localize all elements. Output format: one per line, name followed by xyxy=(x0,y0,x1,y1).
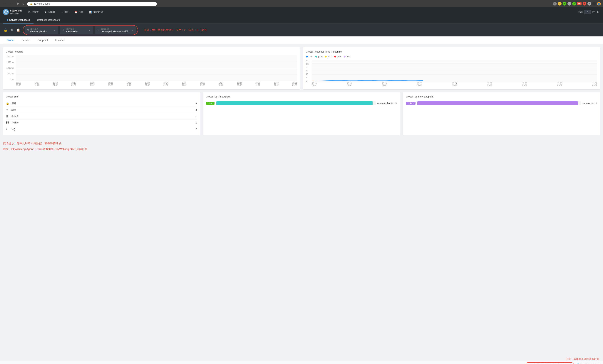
legend-dot-p75 xyxy=(315,56,317,57)
copy-filter-btn[interactable]: 📋 xyxy=(16,28,21,33)
response-time-legend: p50 p75 p90 p95 p99 xyxy=(306,55,597,58)
legend-label-p90: p90 xyxy=(328,55,331,58)
nav-dashboard-label: 仪表盘 xyxy=(32,10,39,14)
tab-database-label: Database Dashboard xyxy=(37,19,60,21)
ext-icon-off[interactable]: off xyxy=(577,2,581,5)
throughput-copy-icon[interactable]: ⎘ xyxy=(395,102,397,105)
response-time-svg-container xyxy=(312,60,597,82)
seconds-label: 秒 xyxy=(592,10,595,14)
tab-service-dashboard[interactable]: Service Dashboard xyxy=(3,17,34,23)
ext-icon-red[interactable]: ● xyxy=(583,2,586,6)
rt-x-3: 19:2201-02 xyxy=(417,82,422,86)
nav-alarm[interactable]: ⏰ 告警 xyxy=(72,9,86,15)
heatmap-y-labels: 2000ms 1500ms 1000ms 500ms 0ms xyxy=(6,55,15,80)
endpoint-prefix-icon: <> xyxy=(62,29,65,32)
x-label-11: 19:2701-02 xyxy=(219,82,223,86)
service-dropdown-value: demo-application xyxy=(30,30,47,33)
nav-trace[interactable]: ▷ 追踪 xyxy=(58,9,71,15)
tips-area: 友情提示：如果此时看不到数据，稍微等待几秒。 因为，SkyWalking Age… xyxy=(3,138,600,155)
endpoint-dropdown[interactable]: <> 当前端点 /demo/echo ▼ xyxy=(60,26,93,34)
tab-database-dashboard[interactable]: Database Dashboard xyxy=(34,17,64,23)
nav-back-button[interactable]: ← xyxy=(2,2,7,6)
heatmap-chart-area xyxy=(16,55,297,81)
tip2-text: 因为，SkyWalking Agent 上传链路数据给 SkyWalking O… xyxy=(3,148,600,151)
slow-bar xyxy=(417,101,578,105)
tab-service-label: Service Dashboard xyxy=(9,19,30,21)
db-brief-icon: 🗄 xyxy=(6,115,10,118)
y-label-2000: 2000ms xyxy=(6,55,14,57)
app-header: Skywalking Rocketbot ⊞ 仪表盘 ◈ 拓扑图 ▷ 追踪 ⏰ … xyxy=(0,7,603,17)
refresh-filter-btn[interactable]: ↻ xyxy=(10,28,14,33)
instance-dropdown-label: 当前实例 xyxy=(101,27,130,30)
db-brief-name: 数据库 xyxy=(12,115,194,118)
mq-brief-count: 0 xyxy=(196,128,197,131)
topology-icon: ◈ xyxy=(45,11,46,13)
sub-nav: Global Service Endpoint Instance xyxy=(0,36,603,44)
nav-refresh-button[interactable]: ↻ xyxy=(16,2,20,6)
instance-dropdown[interactable]: ☰ 当前实例 demo-application-pid:49548... ▼ xyxy=(95,26,136,34)
x-label-6: 19:2201-02 xyxy=(127,82,131,86)
slow-copy-icon[interactable]: ⎘ xyxy=(596,102,597,105)
nav-forward-button[interactable]: → xyxy=(9,2,14,6)
rt-x-1: 19:1801-02 xyxy=(347,82,352,86)
y-40: 40 xyxy=(306,73,311,75)
nav-topology[interactable]: ◈ 拓扑图 xyxy=(42,9,57,15)
cpm-badge-0: 1 cpm xyxy=(206,102,215,105)
nav-dashboard[interactable]: ⊞ 仪表盘 xyxy=(26,9,41,15)
legend-p95: p95 xyxy=(334,55,341,58)
ext-icon-check[interactable]: ✓ xyxy=(572,2,576,6)
filter-bar: 🔒 ↻ 📋 ⊞ 当前服务 demo-application ▼ <> 当前端点 … xyxy=(0,24,603,36)
nav-metrics[interactable]: 📊 指标对比 xyxy=(87,9,105,15)
alarm-icon: ⏰ xyxy=(74,11,77,13)
header-right: 自动 秒 ↻ xyxy=(578,10,600,15)
slow-bar-row: /demo/echo ⎘ xyxy=(417,101,597,105)
sub-tab-endpoint[interactable]: Endpoint xyxy=(34,36,51,44)
x-label-8: 19:2401-02 xyxy=(163,82,168,86)
lock-filter-btn[interactable]: 🔒 xyxy=(3,28,8,33)
time-range-display[interactable]: 2020-01-02 19:16:01 ~ 2020-01-02 19:31:0… xyxy=(525,362,574,364)
user-avatar[interactable]: 👤 xyxy=(597,2,601,6)
filter-annotation-text: 这里，我们就可以看到1、应用；2、端点；3、实例 xyxy=(144,28,207,32)
throughput-bar-container xyxy=(216,101,376,105)
timezone-label: 服务器时区 UTC +8 xyxy=(580,363,600,364)
refresh-seconds-input[interactable] xyxy=(584,10,591,14)
x-label-0: 19:1601-02 xyxy=(16,82,21,86)
global-top-slow-title: Global Top Slow Endpoint xyxy=(406,95,597,98)
ext-icon-1[interactable]: ≡ xyxy=(553,2,557,6)
x-label-3: 19:1901-02 xyxy=(71,82,76,86)
rt-x-4: 19:2401-02 xyxy=(452,82,457,86)
legend-label-p99: p99 xyxy=(347,55,350,58)
rt-x-5: 19:2601-02 xyxy=(487,82,492,86)
x-label-15: 19:3101-02 xyxy=(292,82,297,86)
service-dropdown[interactable]: ⊞ 当前服务 demo-application ▼ xyxy=(25,26,58,34)
x-label-13: 19:2901-02 xyxy=(255,82,260,86)
refresh-button[interactable]: ↻ xyxy=(596,10,600,15)
nav-home-button[interactable]: ⌂ xyxy=(22,2,25,6)
time-annotation-text: 注意，选择好正确的筛选时间 xyxy=(566,357,599,360)
instance-dropdown-arrow: ▼ xyxy=(132,29,134,32)
sub-tab-service[interactable]: Service xyxy=(18,36,34,44)
service-brief-icon: 🔒 xyxy=(6,102,10,105)
response-time-chart-wrapper: 120 100 80 60 40 20 0 xyxy=(306,60,597,82)
service-brief-count: 1 xyxy=(196,102,197,105)
url-bar[interactable]: 🔒 127.0.0.1:8080 xyxy=(27,2,157,6)
ext-icon-green[interactable]: ● xyxy=(563,2,566,6)
throughput-bar-row: demo-application ⎘ xyxy=(216,101,397,105)
y-120: 120 xyxy=(306,60,311,62)
ext-icon-dark[interactable]: ☰ xyxy=(592,2,596,6)
legend-dot-p50 xyxy=(306,56,308,57)
brief-row-db: 🗄 数据库 0 xyxy=(6,113,197,120)
metrics-icon: 📊 xyxy=(89,11,92,13)
filter-selectors-group: ⊞ 当前服务 demo-application ▼ <> 当前端点 /demo/… xyxy=(23,25,138,35)
endpoint-dropdown-label: 当前端点 xyxy=(66,27,78,30)
global-heatmap-card: Global Heatmap 2000ms 1500ms 1000ms 500m… xyxy=(3,47,300,89)
ext-icon-gray1[interactable]: ● xyxy=(587,2,591,6)
ext-icon-shield[interactable]: 🛡 xyxy=(568,2,571,6)
service-dropdown-label: 当前服务 xyxy=(30,27,47,30)
sub-tab-instance[interactable]: Instance xyxy=(51,36,69,44)
sub-tab-global[interactable]: Global xyxy=(3,36,18,44)
endpoint-brief-icon: <> xyxy=(6,109,10,111)
endpoint-brief-count: 1 xyxy=(196,109,197,111)
logo-area: Skywalking Rocketbot xyxy=(3,9,22,15)
ext-icon-star[interactable]: ☆ xyxy=(558,2,562,6)
